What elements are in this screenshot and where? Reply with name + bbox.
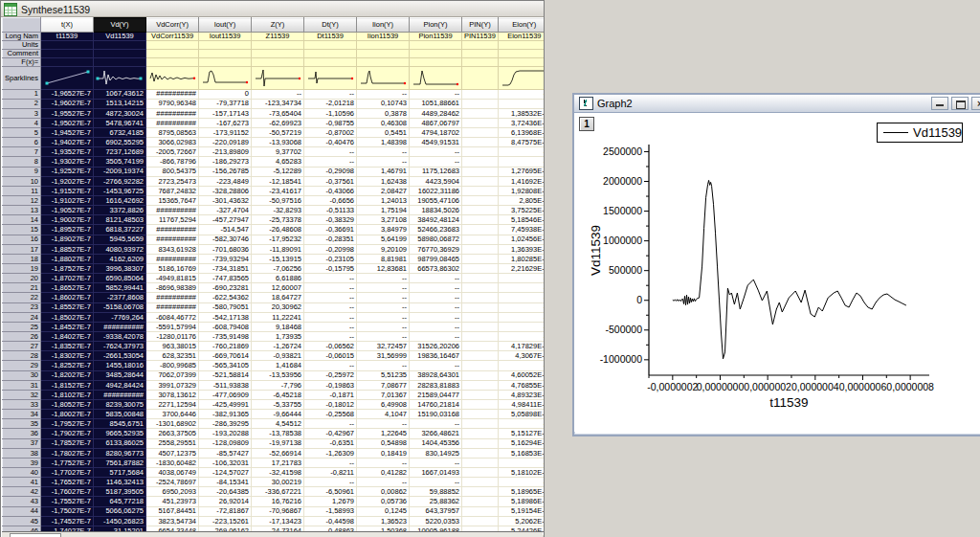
long-name-cell-PIN[interactable]: PIN11539 (462, 33, 499, 41)
cell[interactable]: -12,18541 (252, 176, 304, 186)
cell[interactable]: 4507,12375 (146, 448, 199, 458)
cell[interactable]: -- (498, 147, 544, 157)
cell[interactable]: -4949,81815 (146, 274, 199, 283)
long-name-cell-Eion[interactable]: Eion11539 (498, 33, 544, 41)
cell[interactable]: 6,49908 (357, 400, 410, 410)
cell[interactable] (462, 487, 499, 497)
cell[interactable]: 4080,93972 (94, 244, 146, 254)
meta-cell-Vd[interactable] (94, 41, 146, 50)
cell[interactable]: -739,93294 (199, 254, 252, 263)
cell[interactable]: -2766,92282 (94, 176, 146, 186)
cell[interactable]: 18,64727 (252, 293, 304, 302)
cell[interactable]: 6133,86025 (94, 438, 146, 448)
legend[interactable]: Vd11539 (877, 123, 963, 143)
cell[interactable]: -- (304, 274, 357, 283)
cell[interactable]: 31,56999 (357, 351, 410, 361)
cell[interactable]: -2005,72667 (146, 147, 199, 157)
cell[interactable]: -- (498, 419, 544, 429)
cell[interactable]: 38928,64301 (410, 370, 462, 380)
cell[interactable]: -1,77027E-7 (41, 467, 94, 477)
cell[interactable]: -- (357, 89, 410, 99)
cell[interactable]: -167,6273 (199, 118, 252, 127)
minimize-button[interactable] (931, 97, 948, 110)
cell[interactable]: -- (357, 302, 410, 312)
cell[interactable] (462, 118, 499, 127)
cell[interactable] (462, 225, 499, 235)
cell[interactable] (462, 254, 499, 263)
cell[interactable] (462, 302, 499, 312)
label-row-header[interactable]: Sparklines (3, 67, 41, 90)
cell[interactable]: -1,91027E-7 (41, 196, 94, 206)
cell[interactable]: 9,20109 (357, 244, 410, 254)
sheet-tab[interactable] (10, 533, 61, 537)
cell[interactable] (462, 478, 499, 487)
cell[interactable]: -477,06909 (199, 390, 252, 399)
cell[interactable]: -0,06015 (304, 351, 357, 361)
cell[interactable]: 2723,25473 (146, 176, 199, 186)
cell[interactable]: -542,17138 (199, 312, 252, 322)
cell[interactable]: 4038,06749 (146, 467, 199, 477)
row-header[interactable]: 25 (3, 322, 41, 331)
cell[interactable]: -1453,96725 (94, 186, 146, 195)
cell[interactable]: 5717,5684 (94, 467, 146, 477)
cell[interactable]: 645,77218 (94, 497, 146, 506)
cell[interactable]: -1450,26823 (94, 516, 146, 526)
cell[interactable]: 5,15127E-4 (498, 429, 544, 438)
cell[interactable]: -0,40476 (304, 138, 357, 147)
cell[interactable]: -580,79051 (199, 302, 252, 312)
cell[interactable]: -- (304, 322, 357, 331)
row-header[interactable]: 18 (3, 254, 41, 263)
y-axis-title[interactable]: Vd11539 (589, 225, 603, 276)
cell[interactable]: -1280,01176 (146, 332, 199, 342)
cell[interactable]: 58980,06872 (410, 235, 462, 244)
cell[interactable]: -79,37718 (199, 99, 252, 108)
cell[interactable]: -- (498, 458, 544, 467)
cell[interactable] (462, 235, 499, 244)
cell[interactable]: -- (304, 283, 357, 293)
cell[interactable]: -- (498, 293, 544, 302)
meta-cell-Pion[interactable] (410, 58, 462, 67)
cell[interactable]: 4,89323E-4 (498, 390, 544, 399)
cell[interactable]: -327,4704 (199, 206, 252, 215)
row-header[interactable]: 19 (3, 264, 41, 274)
cell[interactable]: 7687,24832 (146, 186, 199, 195)
cell[interactable]: -- (252, 89, 304, 99)
cell[interactable]: ########## (94, 322, 146, 331)
cell[interactable]: 0 (199, 89, 252, 99)
cell[interactable]: -5158,06708 (94, 302, 146, 312)
cell[interactable] (462, 380, 499, 390)
cell[interactable]: 76770,36929 (410, 244, 462, 254)
cell[interactable]: -223,15261 (199, 516, 252, 526)
cell[interactable] (462, 244, 499, 254)
cell[interactable]: -0,19863 (304, 380, 357, 390)
row-header[interactable]: 17 (3, 244, 41, 254)
cell[interactable]: 1,2679 (304, 497, 357, 506)
cell[interactable]: 1,36393E-4 (498, 244, 544, 254)
cell[interactable]: 4489,28462 (410, 108, 462, 118)
cell[interactable]: 2271,12594 (146, 400, 199, 410)
column-header-VdCorr[interactable]: VdCorr(Y) (146, 18, 199, 33)
cell[interactable]: -1,80027E-7 (41, 410, 94, 419)
cell[interactable]: -- (410, 332, 462, 342)
cell[interactable]: 4,98411E-4 (498, 400, 544, 410)
cell[interactable]: -6084,46772 (146, 312, 199, 322)
cell[interactable]: -1,92527E-7 (41, 167, 94, 176)
cell[interactable]: 1513,14215 (94, 99, 146, 108)
data-line-Vd11539[interactable] (673, 180, 906, 359)
cell[interactable]: -13,53956 (252, 370, 304, 380)
cell[interactable]: -0,23105 (304, 254, 357, 263)
cell[interactable]: -6,50961 (304, 487, 357, 497)
row-header[interactable]: 31 (3, 380, 41, 390)
meta-cell-Eion[interactable] (498, 58, 544, 67)
cell[interactable]: -301,43632 (199, 196, 252, 206)
cell[interactable]: -9,66444 (252, 410, 304, 419)
cell[interactable]: -2377,8608 (94, 293, 146, 302)
cell[interactable]: ########## (146, 254, 199, 263)
cell[interactable]: -1,58993 (304, 506, 357, 516)
row-header[interactable]: 33 (3, 400, 41, 410)
cell[interactable]: -- (410, 458, 462, 467)
cell[interactable]: 451,23973 (146, 497, 199, 506)
cell[interactable]: 800,54375 (146, 167, 199, 176)
label-row-header[interactable]: Long Nam (3, 33, 41, 41)
cell[interactable] (462, 429, 499, 438)
